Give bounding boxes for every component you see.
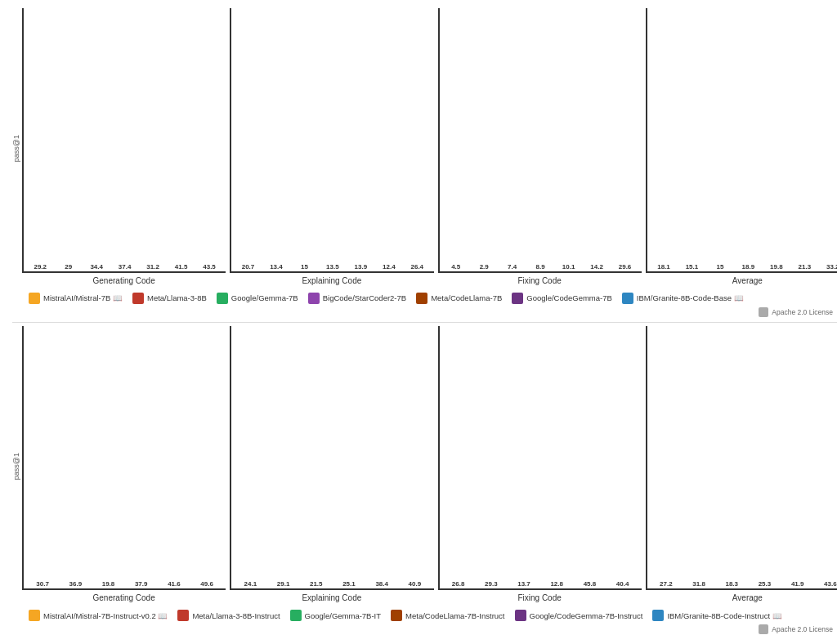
bar-value-label: 43.6 xyxy=(824,580,837,588)
bar-wrapper: 37.9 xyxy=(127,580,156,588)
bar-wrapper: 18.1 xyxy=(651,263,676,271)
legend-color-box xyxy=(652,610,664,621)
top-section: pass@1 29.22934.437.431.241.543.5Generat… xyxy=(12,8,837,319)
legend-color-box xyxy=(29,610,40,621)
legend-item: Meta/Llama-3-8B xyxy=(132,293,207,304)
bar-value-label: 25.1 xyxy=(342,580,356,588)
bar-wrapper: 40.9 xyxy=(400,580,429,588)
legend-color-box xyxy=(132,293,144,304)
bars-area-0: 29.22934.437.431.241.543.5 xyxy=(22,8,226,273)
bar-wrapper: 10.1 xyxy=(556,263,580,271)
legend-label: BigCode/StarCoder2-7B xyxy=(323,293,406,302)
bar-wrapper: 26.8 xyxy=(444,580,473,588)
bar-value-label: 29 xyxy=(65,263,72,271)
bar-wrapper: 12.8 xyxy=(542,580,571,588)
bar-wrapper: 19.8 xyxy=(764,263,789,271)
bar-value-label: 13.5 xyxy=(326,263,339,271)
chart-group-3: 27.231.818.325.341.943.6Average xyxy=(646,326,837,603)
legend-label: Google/CodeGemma-7B xyxy=(526,293,612,302)
bar-wrapper: 25.1 xyxy=(334,580,364,588)
bar-wrapper: 25.3 xyxy=(750,580,779,588)
bars-area-1: 24.129.121.525.138.440.9 xyxy=(230,326,433,591)
chart-title: Generating Code xyxy=(93,276,155,285)
bar-value-label: 24.1 xyxy=(244,580,257,588)
bar-value-label: 12.4 xyxy=(383,263,396,271)
bar-value-label: 45.8 xyxy=(584,580,597,588)
bar-value-label: 7.4 xyxy=(508,263,517,271)
bar-value-label: 10.1 xyxy=(562,263,575,271)
chart-group-2: 4.52.97.48.910.114.229.6Fixing Code xyxy=(438,8,642,285)
bar-wrapper: 14.2 xyxy=(584,263,609,271)
bar-value-label: 34.4 xyxy=(90,263,103,271)
chart-title: Average xyxy=(732,276,763,285)
bar-value-label: 2.9 xyxy=(480,263,489,271)
bar-value-label: 8.9 xyxy=(536,263,545,271)
legend-item: IBM/Granite-8B-Code-Instruct 📖 xyxy=(652,610,781,621)
chart-title: Fixing Code xyxy=(517,593,561,602)
bar-wrapper: 29.3 xyxy=(477,580,506,588)
legend-label: Google/Gemma-7B xyxy=(231,293,298,302)
legend-item: MistralAI/Mistral-7B-Instruct-v0.2 📖 xyxy=(29,610,168,621)
top-apache-note: Apache 2.0 License xyxy=(12,307,837,319)
bar-value-label: 14.2 xyxy=(590,263,603,271)
bar-value-label: 13.7 xyxy=(517,580,530,588)
legend-label: Google/Gemma-7B-IT xyxy=(305,611,381,620)
bar-value-label: 13.4 xyxy=(270,263,283,271)
bar-wrapper: 15 xyxy=(708,263,732,271)
bar-value-label: 19.8 xyxy=(770,263,783,271)
bar-wrapper: 15.1 xyxy=(679,263,704,271)
bar-wrapper: 29.1 xyxy=(268,580,298,588)
bar-value-label: 33.2 xyxy=(826,263,837,271)
legend-item: BigCode/StarCoder2-7B xyxy=(308,293,406,304)
bar-value-label: 30.7 xyxy=(36,580,49,588)
legend-label: MistralAI/Mistral-7B-Instruct-v0.2 📖 xyxy=(43,611,168,620)
bar-wrapper: 38.4 xyxy=(367,580,396,588)
legend-color-box xyxy=(622,293,633,304)
legend-label: Meta/Llama-3-8B xyxy=(147,293,207,302)
bar-value-label: 20.7 xyxy=(242,263,255,271)
top-y-axis-label: pass@1 xyxy=(12,135,20,162)
legend-label: MistralAI/Mistral-7B 📖 xyxy=(43,293,123,302)
bar-wrapper: 31.2 xyxy=(141,263,165,271)
bar-wrapper: 31.8 xyxy=(684,580,714,588)
legend-color-box xyxy=(217,293,228,304)
legend-color-box xyxy=(177,610,189,621)
apache-icon-bottom xyxy=(759,624,768,634)
bar-value-label: 27.2 xyxy=(660,580,673,588)
bar-value-label: 19.8 xyxy=(102,580,115,588)
legend-label: Google/CodeGemma-7B-Instruct xyxy=(530,611,643,620)
bar-wrapper: 36.9 xyxy=(60,580,90,588)
bar-value-label: 26.8 xyxy=(452,580,465,588)
bar-wrapper: 27.2 xyxy=(651,580,681,588)
bars-area-1: 20.713.41513.513.912.426.4 xyxy=(230,8,433,273)
bar-wrapper: 34.4 xyxy=(84,263,109,271)
legend-item: MistralAI/Mistral-7B 📖 xyxy=(29,293,123,304)
bar-wrapper: 29.2 xyxy=(28,263,52,271)
legend-label: Meta/CodeLlama-7B xyxy=(431,293,502,302)
top-legend: MistralAI/Mistral-7B 📖Meta/Llama-3-8BGoo… xyxy=(12,289,837,307)
bar-wrapper: 33.2 xyxy=(821,263,837,271)
bar-wrapper: 30.7 xyxy=(28,580,57,588)
bar-value-label: 40.4 xyxy=(616,580,629,588)
chart-group-0: 30.736.919.837.941.649.6Generating Code xyxy=(22,326,226,603)
bar-wrapper: 43.6 xyxy=(816,580,837,588)
legend-color-box xyxy=(416,293,427,304)
bar-value-label: 29.1 xyxy=(277,580,290,588)
bar-value-label: 43.5 xyxy=(203,263,216,271)
apache-icon-top xyxy=(759,307,768,317)
bar-value-label: 37.4 xyxy=(119,263,132,271)
bar-value-label: 21.5 xyxy=(310,580,323,588)
bar-wrapper: 13.4 xyxy=(264,263,289,271)
chart-title: Fixing Code xyxy=(517,276,561,285)
chart-group-0: 29.22934.437.431.241.543.5Generating Cod… xyxy=(22,8,226,285)
bar-value-label: 41.9 xyxy=(791,580,804,588)
chart-title: Explaining Code xyxy=(302,593,361,602)
bar-value-label: 38.4 xyxy=(375,580,388,588)
legend-item: Google/Gemma-7B xyxy=(217,293,298,304)
bar-value-label: 15 xyxy=(716,263,723,271)
chart-title: Average xyxy=(732,593,763,602)
chart-title: Generating Code xyxy=(93,593,155,602)
bar-value-label: 29.2 xyxy=(34,263,47,271)
bar-wrapper: 13.5 xyxy=(320,263,345,271)
legend-item: Google/CodeGemma-7B xyxy=(512,293,612,304)
